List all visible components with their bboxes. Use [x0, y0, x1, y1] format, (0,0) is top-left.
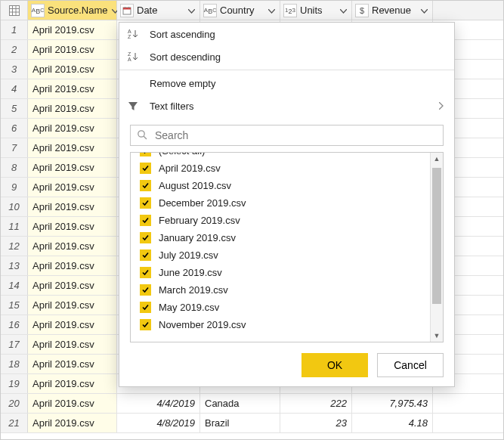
- cell-source[interactable]: April 2019.csv: [28, 237, 117, 256]
- cell-source[interactable]: April 2019.csv: [28, 60, 117, 79]
- cell-source[interactable]: April 2019.csv: [28, 158, 117, 177]
- filter-item[interactable]: August 2019.csv: [131, 177, 443, 194]
- checkbox-checked-icon[interactable]: [140, 232, 151, 243]
- checkbox-checked-icon[interactable]: [140, 197, 151, 209]
- row-number[interactable]: 4: [1, 79, 28, 98]
- cell-source[interactable]: April 2019.csv: [28, 138, 117, 157]
- cancel-button[interactable]: Cancel: [377, 353, 444, 377]
- cell-units[interactable]: 222: [280, 394, 352, 413]
- remove-empty[interactable]: Remove empty: [119, 72, 454, 95]
- cell-country[interactable]: Canada: [200, 394, 280, 413]
- filter-item[interactable]: November 2019.csv: [131, 316, 443, 333]
- chevron-down-icon[interactable]: [339, 5, 348, 16]
- row-number[interactable]: 13: [1, 256, 28, 275]
- cell-source[interactable]: April 2019.csv: [28, 394, 117, 413]
- chevron-down-icon[interactable]: [267, 5, 277, 16]
- row-number[interactable]: 12: [1, 237, 28, 256]
- row-number[interactable]: 2: [1, 40, 28, 59]
- cell-revenue[interactable]: 4.18: [352, 414, 433, 432]
- scroll-down[interactable]: ▼: [431, 330, 443, 342]
- table-corner[interactable]: [1, 1, 28, 20]
- row-number[interactable]: 21: [1, 414, 28, 432]
- filter-item[interactable]: July 2019.csv: [131, 246, 443, 264]
- checkbox-checked-icon[interactable]: [140, 152, 151, 156]
- row-number[interactable]: 8: [1, 158, 28, 177]
- column-label: Country: [220, 5, 255, 16]
- row-number[interactable]: 6: [1, 119, 28, 138]
- cell-source[interactable]: April 2019.csv: [28, 296, 117, 315]
- row-number[interactable]: 20: [1, 394, 28, 413]
- chevron-down-icon[interactable]: [419, 5, 429, 16]
- search-input[interactable]: [153, 129, 437, 142]
- cell-source[interactable]: April 2019.csv: [28, 414, 117, 432]
- checkbox-checked-icon[interactable]: [140, 302, 151, 313]
- ok-button[interactable]: OK: [301, 353, 368, 377]
- cell-source[interactable]: April 2019.csv: [28, 315, 117, 334]
- column-source-name[interactable]: ABC Source.Name: [28, 1, 117, 20]
- column-date[interactable]: Date: [117, 1, 200, 20]
- cell-source[interactable]: April 2019.csv: [28, 20, 117, 39]
- cell-revenue[interactable]: 7,975.43: [352, 394, 433, 413]
- row-number[interactable]: 7: [1, 138, 28, 157]
- cell-source[interactable]: April 2019.csv: [28, 40, 117, 59]
- cell-source[interactable]: April 2019.csv: [28, 197, 117, 216]
- column-units[interactable]: 123 Units: [280, 1, 352, 20]
- row-number[interactable]: 18: [1, 355, 28, 373]
- table-row[interactable]: 21April 2019.csv4/8/2019Brazil234.18: [1, 414, 503, 433]
- cell-units[interactable]: 23: [280, 414, 352, 432]
- sort-ascending[interactable]: AZ Sort ascending: [119, 23, 454, 45]
- row-number[interactable]: 1: [1, 20, 28, 39]
- menu-separator: [119, 70, 454, 70]
- checkbox-checked-icon[interactable]: [140, 215, 151, 226]
- row-number[interactable]: 10: [1, 197, 28, 216]
- filter-item[interactable]: June 2019.csv: [131, 264, 443, 281]
- filter-item[interactable]: March 2019.csv: [131, 281, 443, 299]
- cell-source[interactable]: April 2019.csv: [28, 355, 117, 373]
- row-number[interactable]: 16: [1, 315, 28, 334]
- filter-item[interactable]: February 2019.csv: [131, 212, 443, 229]
- sort-descending[interactable]: ZA Sort descending: [119, 45, 454, 68]
- row-number[interactable]: 5: [1, 99, 28, 118]
- scrollbar[interactable]: ▲ ▼: [430, 153, 443, 342]
- cell-source[interactable]: April 2019.csv: [28, 256, 117, 275]
- text-filters[interactable]: Text filters: [119, 95, 454, 117]
- row-number[interactable]: 14: [1, 276, 28, 295]
- filter-item[interactable]: December 2019.csv: [131, 194, 443, 212]
- row-number[interactable]: 15: [1, 296, 28, 315]
- filter-item[interactable]: May 2019.csv: [131, 299, 443, 316]
- cell-source[interactable]: April 2019.csv: [28, 119, 117, 138]
- cell-date[interactable]: 4/4/2019: [117, 394, 200, 413]
- checkbox-checked-icon[interactable]: [140, 284, 151, 296]
- table-row[interactable]: 20April 2019.csv4/4/2019Canada2227,975.4…: [1, 394, 503, 414]
- checkbox-checked-icon[interactable]: [140, 267, 151, 278]
- cell-source[interactable]: April 2019.csv: [28, 276, 117, 295]
- row-number[interactable]: 19: [1, 374, 28, 393]
- cell-source[interactable]: April 2019.csv: [28, 99, 117, 118]
- checkbox-checked-icon[interactable]: [140, 180, 151, 191]
- filter-item[interactable]: January 2019.csv: [131, 229, 443, 246]
- filter-search[interactable]: [130, 125, 444, 146]
- cell-date[interactable]: 4/8/2019: [117, 414, 200, 432]
- row-number[interactable]: 17: [1, 335, 28, 354]
- cell-source[interactable]: April 2019.csv: [28, 374, 117, 393]
- chevron-down-icon[interactable]: [187, 5, 196, 16]
- row-number[interactable]: 11: [1, 217, 28, 236]
- cell-source[interactable]: April 2019.csv: [28, 217, 117, 236]
- cell-source[interactable]: April 2019.csv: [28, 335, 117, 354]
- scroll-thumb[interactable]: [432, 168, 441, 304]
- checkbox-checked-icon[interactable]: [140, 249, 151, 261]
- cell-country[interactable]: Brazil: [200, 414, 280, 432]
- filter-item-label: June 2019.csv: [159, 267, 222, 278]
- filter-item[interactable]: April 2019.csv: [131, 160, 443, 177]
- row-number[interactable]: 9: [1, 178, 28, 197]
- filter-item[interactable]: (Select all): [131, 152, 443, 160]
- row-number[interactable]: 3: [1, 60, 28, 79]
- column-label: Units: [300, 5, 323, 16]
- column-revenue[interactable]: $ Revenue: [352, 1, 433, 20]
- checkbox-checked-icon[interactable]: [140, 319, 151, 330]
- checkbox-checked-icon[interactable]: [140, 163, 151, 174]
- scroll-up[interactable]: ▲: [431, 153, 443, 165]
- cell-source[interactable]: April 2019.csv: [28, 79, 117, 98]
- column-country[interactable]: ABC Country: [200, 1, 280, 20]
- cell-source[interactable]: April 2019.csv: [28, 178, 117, 197]
